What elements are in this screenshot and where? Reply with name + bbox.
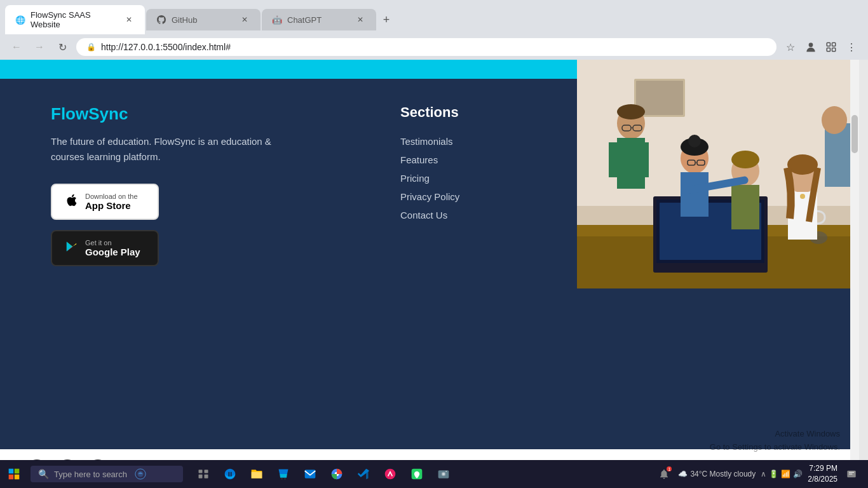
google-play-title: Google Play xyxy=(85,247,140,257)
taskbar-time-text: 7:29 PM xyxy=(808,463,837,474)
svg-rect-3 xyxy=(827,48,830,51)
tab-chatgpt[interactable]: 🤖 ChatGPT ✕ xyxy=(262,9,376,30)
file-explorer-icon[interactable] xyxy=(244,461,269,487)
app-store-subtitle: Download on the xyxy=(85,193,138,200)
svg-rect-47 xyxy=(9,475,14,480)
cortana-icon xyxy=(135,468,146,480)
notification-badge: 1 xyxy=(667,466,672,471)
battery-icon: 🔋 xyxy=(769,470,778,478)
svg-rect-51 xyxy=(199,470,203,473)
chevron-icon[interactable]: ∧ xyxy=(761,470,766,478)
taskbar-clock[interactable]: 7:29 PM 2/8/2025 xyxy=(808,463,837,485)
lock-icon: 🔒 xyxy=(86,43,96,51)
mail-icon[interactable] xyxy=(297,461,323,487)
vscode-icon[interactable] xyxy=(351,461,376,487)
svg-point-56 xyxy=(284,478,286,480)
taskbar-apps xyxy=(186,461,648,487)
tab-favicon-github xyxy=(156,15,166,25)
menu-button[interactable]: ⋮ xyxy=(843,38,860,56)
tab-close-github[interactable]: ✕ xyxy=(239,14,250,25)
svg-rect-52 xyxy=(205,470,208,473)
taskbar-search-placeholder: Type here to search xyxy=(54,470,127,479)
tab-title-chatgpt: ChatGPT xyxy=(287,15,322,25)
brand-description: The future of education. FlowSync is an … xyxy=(51,134,273,165)
tab-github[interactable]: GitHub ✕ xyxy=(146,9,261,30)
svg-rect-46 xyxy=(15,469,20,474)
svg-point-55 xyxy=(281,478,283,480)
start-button[interactable] xyxy=(0,460,28,488)
footer-main: FlowSync The future of education. FlowSy… xyxy=(0,66,859,292)
link-testimonials[interactable]: Testimonials xyxy=(400,136,459,147)
google-play-button[interactable]: Get it on Google Play xyxy=(51,230,159,266)
footer-section: FlowSync The future of education. FlowSy… xyxy=(0,60,859,488)
taskbar: 🔍 Type here to search xyxy=(0,460,868,488)
google-play-subtitle: Get it on xyxy=(85,239,140,247)
svg-rect-45 xyxy=(9,469,14,474)
address-bar[interactable]: 🔒 http://127.0.0.1:5500/index.html# xyxy=(76,38,776,56)
link-privacy-policy[interactable]: Privacy Policy xyxy=(400,191,459,202)
app-buttons: Download on the App Store Get it on Goog… xyxy=(51,184,273,266)
svg-rect-48 xyxy=(15,475,20,480)
weather-icon: ☁️ xyxy=(678,470,688,478)
tab-close-chatgpt[interactable]: ✕ xyxy=(355,14,366,25)
nav-actions: ☆ ⋮ xyxy=(782,38,860,56)
svg-rect-54 xyxy=(205,475,208,478)
app-store-text: Download on the App Store xyxy=(85,193,138,211)
nav-bar: ← → ↻ 🔒 http://127.0.0.1:5500/index.html… xyxy=(0,34,868,60)
svg-point-65 xyxy=(445,471,447,472)
google-play-icon xyxy=(65,240,79,257)
browser-chrome: 🌐 FlowSync SAAS Website ✕ GitHub ✕ 🤖 Cha… xyxy=(0,0,868,60)
taskview-button[interactable] xyxy=(191,461,216,487)
tab-close-flowsync[interactable]: ✕ xyxy=(124,14,135,25)
svg-rect-4 xyxy=(832,48,836,51)
network-icon: 📶 xyxy=(781,470,790,478)
taskbar-search[interactable]: 🔍 Type here to search xyxy=(31,466,183,482)
link-pricing[interactable]: Pricing xyxy=(400,173,459,184)
apple-icon xyxy=(65,193,79,211)
store-icon[interactable] xyxy=(271,461,296,487)
notification-center-button[interactable] xyxy=(843,465,860,483)
tab-bar: 🌐 FlowSync SAAS Website ✕ GitHub ✕ 🤖 Cha… xyxy=(0,0,868,34)
link-features[interactable]: Features xyxy=(400,154,459,165)
address-text: http://127.0.0.1:5500/index.html# xyxy=(101,42,231,52)
google-play-text: Get it on Google Play xyxy=(85,239,140,257)
tab-favicon-chatgpt: 🤖 xyxy=(272,15,282,25)
svg-rect-57 xyxy=(305,470,316,478)
sys-icons: ∧ 🔋 📶 🔊 xyxy=(761,470,803,478)
tab-flowsync[interactable]: 🌐 FlowSync SAAS Website ✕ xyxy=(5,5,145,34)
svg-rect-53 xyxy=(199,475,203,478)
svg-rect-2 xyxy=(832,43,836,46)
tab-favicon-flowsync: 🌐 xyxy=(15,15,25,25)
system-tray: 1 ☁️ 34°C Mostly cloudy ∧ 🔋 📶 🔊 7:29 PM … xyxy=(648,463,868,485)
taskbar-date-text: 2/8/2025 xyxy=(808,474,837,485)
page-content: FlowSync The future of education. FlowSy… xyxy=(0,60,859,488)
app-store-title: App Store xyxy=(85,200,138,211)
forward-button[interactable]: → xyxy=(31,38,48,56)
footer-brand: FlowSync The future of education. FlowSy… xyxy=(51,104,273,266)
weather-temp: 34°C Mostly cloudy xyxy=(690,470,756,478)
brand-name: FlowSync xyxy=(51,104,273,124)
app-store-button[interactable]: Download on the App Store xyxy=(51,184,159,220)
svg-point-60 xyxy=(385,469,396,480)
notification-icon[interactable]: 1 xyxy=(655,465,673,483)
app5-icon[interactable] xyxy=(377,461,403,487)
bookmark-button[interactable]: ☆ xyxy=(782,38,799,56)
profile-button[interactable] xyxy=(802,38,820,56)
tab-title-flowsync: FlowSync SAAS Website xyxy=(31,10,119,29)
svg-point-64 xyxy=(442,473,445,475)
taskbar-search-icon: 🔍 xyxy=(38,469,49,479)
sections-title: Sections xyxy=(400,104,459,121)
edge-icon[interactable] xyxy=(217,461,243,487)
app6-icon[interactable] xyxy=(404,461,430,487)
extensions-button[interactable] xyxy=(822,38,840,56)
chrome-icon[interactable] xyxy=(324,461,349,487)
new-tab-button[interactable]: + xyxy=(377,11,395,29)
link-contact-us[interactable]: Contact Us xyxy=(400,210,459,220)
svg-marker-43 xyxy=(67,241,72,251)
reload-button[interactable]: ↻ xyxy=(53,38,71,56)
weather-widget[interactable]: ☁️ 34°C Mostly cloudy xyxy=(678,470,756,478)
back-button[interactable]: ← xyxy=(8,38,25,56)
volume-icon: 🔊 xyxy=(793,470,803,478)
svg-rect-1 xyxy=(827,43,830,46)
app7-icon[interactable] xyxy=(431,461,456,487)
